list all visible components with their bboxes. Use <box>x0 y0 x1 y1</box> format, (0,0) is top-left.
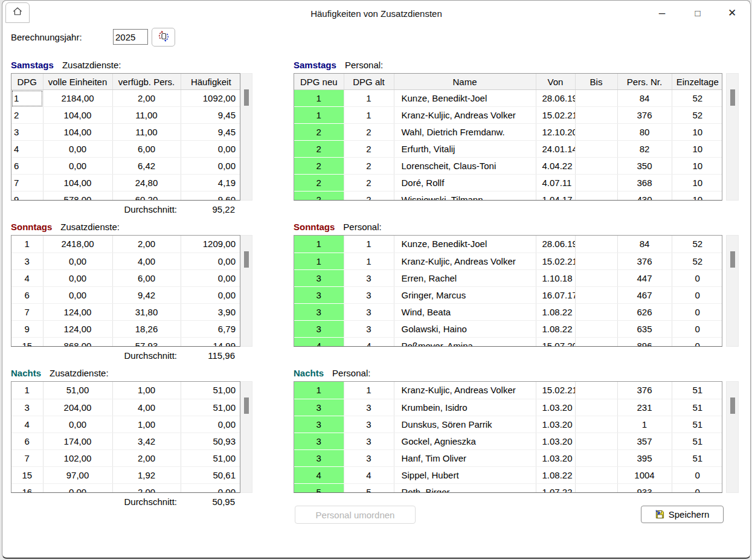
cell[interactable]: 0,00 <box>43 158 112 175</box>
scrollbar-thumb[interactable] <box>730 251 735 268</box>
cell[interactable]: 204,00 <box>43 399 112 416</box>
cell[interactable]: 0 <box>672 320 722 337</box>
cell[interactable]: 2 <box>294 141 344 158</box>
cell[interactable]: 9 <box>11 320 43 337</box>
table-row[interactable]: 33Dunskus, Sören Parrik1.03.20151 <box>294 416 722 433</box>
table-row[interactable]: 60,006,420,00 <box>11 158 240 175</box>
cell[interactable]: 1.03.20 <box>536 433 575 449</box>
cell[interactable]: 15 <box>11 337 43 347</box>
scrollbar-thumb[interactable] <box>730 397 735 414</box>
cell[interactable]: 3 <box>294 286 344 303</box>
table-row[interactable]: 15868,0057,9314,99 <box>11 337 240 347</box>
cell[interactable]: 4 <box>11 141 43 158</box>
cell[interactable]: 102,00 <box>43 449 112 466</box>
cell[interactable]: 104,00 <box>43 124 112 141</box>
cell[interactable]: 7 <box>11 175 43 191</box>
cell[interactable]: 1 <box>344 90 394 107</box>
cell[interactable]: 0,00 <box>181 141 240 158</box>
cell[interactable]: 376 <box>617 382 672 399</box>
cell[interactable]: 2184,00 <box>43 90 112 107</box>
table-row[interactable]: 7102,002,0051,00 <box>11 449 240 466</box>
cell[interactable]: 3 <box>294 303 344 320</box>
cell[interactable]: 4,19 <box>181 175 240 191</box>
table-row[interactable]: 40,006,000,00 <box>11 269 240 286</box>
cell[interactable]: 60,20 <box>112 191 181 201</box>
cell[interactable]: 5 <box>344 483 394 493</box>
table-row[interactable]: 22Wisniewski, Tilmann1.04.1743010 <box>294 191 722 201</box>
cell[interactable]: 1.04.17 <box>536 191 575 201</box>
cell[interactable]: 0,00 <box>181 483 240 493</box>
cell[interactable]: 57,93 <box>112 337 181 347</box>
cell[interactable]: 84 <box>617 236 672 253</box>
table-row[interactable]: 33Gockel, Agnieszka1.03.2035751 <box>294 433 722 449</box>
cell[interactable] <box>575 483 617 493</box>
cell[interactable]: 51,00 <box>181 449 240 466</box>
cell[interactable]: 10 <box>672 191 722 201</box>
cell[interactable]: 3,42 <box>112 433 181 449</box>
cell[interactable]: 1.10.18 <box>536 269 575 286</box>
cell[interactable]: 84 <box>617 90 672 107</box>
cell[interactable] <box>575 433 617 449</box>
scrollbar-thumb[interactable] <box>244 89 249 106</box>
scrollbar-thumb[interactable] <box>244 251 249 268</box>
home-button[interactable] <box>5 2 30 23</box>
cell[interactable]: 1,92 <box>112 466 181 483</box>
cell[interactable]: 395 <box>617 449 672 466</box>
cell[interactable]: 2 <box>344 158 394 175</box>
cell[interactable]: 1 <box>294 382 344 399</box>
cell[interactable]: 0,00 <box>181 416 240 433</box>
cell[interactable]: 9,45 <box>181 124 240 141</box>
cell[interactable]: 1 <box>344 382 394 399</box>
cell[interactable]: 350 <box>617 158 672 175</box>
cell[interactable]: 3 <box>294 433 344 449</box>
cell[interactable]: 51 <box>672 433 722 449</box>
table-row[interactable]: 33Krumbein, Isidro1.03.2023151 <box>294 399 722 416</box>
close-button[interactable]: ✕ <box>720 4 744 21</box>
cell[interactable] <box>575 107 617 124</box>
cell[interactable]: 1,00 <box>112 416 181 433</box>
cell[interactable]: 2 <box>11 107 43 124</box>
cell[interactable]: 368 <box>617 175 672 191</box>
scrollbar-sonntags-dienste[interactable] <box>240 235 252 347</box>
cell[interactable]: 2,00 <box>112 236 181 253</box>
cell[interactable]: 80 <box>617 124 672 141</box>
table-row[interactable]: 33Wind, Beata1.08.226260 <box>294 303 722 320</box>
scrollbar-thumb[interactable] <box>730 89 735 106</box>
cell[interactable]: 31,80 <box>112 303 181 320</box>
cell[interactable]: 0 <box>672 483 722 493</box>
cell[interactable]: 50,93 <box>181 433 240 449</box>
cell[interactable]: 1.03.20 <box>536 416 575 433</box>
cell[interactable]: 1.03.20 <box>536 399 575 416</box>
cell[interactable]: 3 <box>294 269 344 286</box>
cell[interactable]: 82 <box>617 141 672 158</box>
maximize-button[interactable]: □ <box>686 4 710 21</box>
table-row[interactable]: 33Gringer, Marcus16.07.174670 <box>294 286 722 303</box>
table-row[interactable]: 40,006,000,00 <box>11 141 240 158</box>
cell[interactable]: Erfurth, Vitalij <box>394 141 536 158</box>
cell[interactable]: 4 <box>11 269 43 286</box>
cell[interactable]: 2 <box>294 124 344 141</box>
cell[interactable]: 0,00 <box>43 416 112 433</box>
recalculate-button[interactable] <box>152 28 175 47</box>
cell[interactable]: 0,00 <box>181 269 240 286</box>
cell[interactable]: 3 <box>294 449 344 466</box>
cell[interactable]: 6,79 <box>181 320 240 337</box>
cell[interactable] <box>575 449 617 466</box>
table-row[interactable]: 6174,003,4250,93 <box>11 433 240 449</box>
cell[interactable]: Kunze, Benedikt-Joel <box>394 236 536 253</box>
cell[interactable]: 50,61 <box>181 466 240 483</box>
table-row[interactable]: 11Kranz-Kuljic, Andreas Volker15.02.2137… <box>294 107 722 124</box>
cell[interactable]: 28.06.19 <box>536 236 575 253</box>
cell[interactable]: Doré, Rollf <box>394 175 536 191</box>
table-row[interactable]: 22Erfurth, Vitalij24.01.148210 <box>294 141 722 158</box>
cell[interactable]: 124,00 <box>43 320 112 337</box>
cell[interactable]: 3 <box>294 320 344 337</box>
cell[interactable]: Krumbein, Isidro <box>394 399 536 416</box>
cell[interactable]: 6,00 <box>112 141 181 158</box>
cell[interactable]: 447 <box>617 269 672 286</box>
cell[interactable]: 52 <box>672 253 722 269</box>
cell[interactable]: 4,00 <box>112 399 181 416</box>
cell[interactable]: 1 <box>617 416 672 433</box>
cell[interactable] <box>575 236 617 253</box>
cell[interactable]: 0,00 <box>43 286 112 303</box>
